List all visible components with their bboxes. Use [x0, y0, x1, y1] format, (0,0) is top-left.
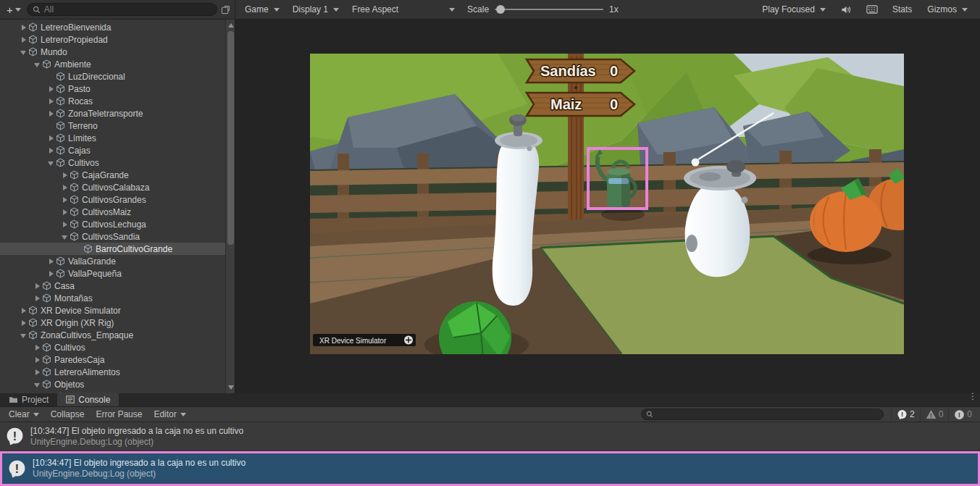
foldout-arrow-icon[interactable]: [33, 380, 42, 389]
hierarchy-item-terreno[interactable]: Terreno: [0, 120, 225, 132]
foldout-arrow-icon[interactable]: [33, 60, 42, 69]
foldout-arrow-icon[interactable]: [61, 220, 70, 229]
hierarchy-item-luzdireccional[interactable]: LuzDireccional: [0, 70, 225, 83]
foldout-arrow-icon[interactable]: [61, 171, 70, 180]
hierarchy-item-cajagrande[interactable]: CajaGrande: [0, 169, 225, 181]
console-message-row[interactable]: ! [10:34:47] El objeto ingresado a la ca…: [0, 422, 980, 451]
panel-menu-kebab-icon[interactable]: ⋮: [968, 395, 976, 398]
foldout-arrow-icon[interactable]: [61, 196, 70, 204]
foldout-arrow-icon[interactable]: [47, 257, 56, 266]
view-type-dropdown[interactable]: Game: [238, 0, 286, 19]
hierarchy-item-paredescaja[interactable]: ParedesCaja: [0, 353, 225, 366]
chevron-down-icon: [820, 8, 826, 12]
foldout-arrow-icon[interactable]: [61, 232, 70, 241]
hierarchy-item-zonateletransporte[interactable]: ZonaTeletransporte: [0, 107, 225, 120]
collapse-button[interactable]: Collapse: [45, 407, 91, 422]
hierarchy-item-cultivosmaiz[interactable]: CultivosMaiz: [0, 206, 225, 218]
foldout-arrow-icon[interactable]: [20, 331, 28, 340]
hierarchy-item-l-mites[interactable]: Límites: [0, 132, 225, 144]
display-dropdown[interactable]: Display 1: [286, 0, 345, 19]
hierarchy-item-mundo[interactable]: Mundo: [0, 46, 225, 58]
hierarchy-scrollbar[interactable]: [225, 20, 235, 393]
console-search-box[interactable]: [641, 409, 884, 420]
hierarchy-item-letreropropiedad[interactable]: LetreroPropiedad: [0, 33, 225, 46]
foldout-arrow-icon[interactable]: [33, 356, 42, 364]
hierarchy-item-cultivosgrandes[interactable]: CultivosGrandes: [0, 193, 225, 206]
hierarchy-item-letreroalimentos[interactable]: LetreroAlimentos: [0, 366, 225, 378]
foldout-arrow-icon[interactable]: [47, 159, 56, 167]
game-viewport[interactable]: Sandías 0 Maiz 0: [310, 54, 904, 354]
clear-button[interactable]: Clear: [3, 407, 45, 422]
hierarchy-item-cultivossandia[interactable]: CultivosSandia: [0, 230, 225, 243]
warning-count-badge[interactable]: ! 0: [920, 407, 949, 422]
hierarchy-item-cultivoscalabaza[interactable]: CultivosCalabaza: [0, 181, 225, 193]
editor-dropdown[interactable]: Editor: [148, 407, 191, 422]
foldout-arrow-icon[interactable]: [33, 294, 42, 303]
foldout-arrow-icon[interactable]: [33, 368, 42, 377]
gameobject-cube-icon: [70, 219, 80, 229]
hierarchy-search-box[interactable]: [27, 3, 217, 16]
foldout-arrow-icon[interactable]: [61, 208, 70, 217]
error-count-badge[interactable]: ! 0: [948, 407, 977, 422]
error-pause-button[interactable]: Error Pause: [90, 407, 148, 422]
scroll-down-arrow-icon[interactable]: [228, 385, 234, 390]
scrollbar-thumb[interactable]: [227, 31, 234, 245]
hierarchy-item-xr-device-simulator[interactable]: XR Device Simulator: [0, 304, 225, 317]
hierarchy-item-cultivos[interactable]: Cultivos: [0, 156, 225, 169]
foldout-arrow-icon[interactable]: [47, 109, 56, 118]
console-search-input[interactable]: [657, 410, 879, 419]
hierarchy-item-vallapeque-a[interactable]: VallaPequeña: [0, 267, 225, 280]
hierarchy-item-objetos[interactable]: Objetos: [0, 378, 225, 390]
foldout-arrow-icon[interactable]: [47, 146, 56, 155]
foldout-arrow-icon[interactable]: [47, 97, 56, 106]
gizmos-dropdown[interactable]: Gizmos: [921, 4, 974, 14]
stats-button[interactable]: Stats: [887, 4, 918, 14]
foldout-arrow-icon[interactable]: [61, 183, 70, 192]
gameobject-cube-icon: [28, 22, 39, 32]
hierarchy-item-letrerobienvenida[interactable]: LetreroBienvenida: [0, 21, 225, 33]
foldout-arrow-icon[interactable]: [47, 85, 56, 93]
tab-project[interactable]: Project: [0, 393, 57, 406]
console-toolbar: Clear Collapse Error Pause Editor: [0, 407, 980, 422]
scale-slider[interactable]: [495, 9, 603, 10]
log-count-badge[interactable]: ! 2: [891, 407, 920, 422]
foldout-arrow-icon[interactable]: [20, 35, 28, 44]
hierarchy-item-rocas[interactable]: Rocas: [0, 95, 225, 107]
hierarchy-search-input[interactable]: [44, 4, 212, 14]
foldout-arrow-icon[interactable]: [47, 269, 56, 278]
gameobject-cube-icon: [56, 269, 67, 278]
hierarchy-item-barrocultivogrande[interactable]: BarroCultivoGrande: [0, 243, 225, 255]
play-focused-dropdown[interactable]: Play Focused: [755, 4, 832, 14]
scroll-up-arrow-icon[interactable]: [228, 23, 234, 28]
metrics-button[interactable]: [860, 5, 884, 14]
hierarchy-item-cultivoslechuga[interactable]: CultivosLechuga: [0, 218, 225, 230]
foldout-arrow-icon[interactable]: [20, 48, 28, 56]
hierarchy-item-ambiente[interactable]: Ambiente: [0, 58, 225, 70]
foldout-arrow-icon[interactable]: [20, 23, 28, 32]
hierarchy-item-monta-as[interactable]: Montañas: [0, 292, 225, 304]
foldout-arrow-icon[interactable]: [47, 134, 56, 143]
aspect-dropdown[interactable]: Free Aspect: [345, 0, 461, 19]
scale-slider-knob[interactable]: [496, 5, 505, 14]
hierarchy-item-pasto[interactable]: Pasto: [0, 83, 225, 95]
hierarchy-item-cultivos[interactable]: Cultivos: [0, 341, 225, 353]
hierarchy-item-cajas[interactable]: Cajas: [0, 144, 225, 156]
hierarchy-item-vallagrande[interactable]: VallaGrande: [0, 255, 225, 267]
foldout-arrow-icon[interactable]: [20, 319, 28, 327]
hierarchy-item-casa[interactable]: Casa: [0, 280, 225, 292]
foldout-arrow-icon[interactable]: [20, 306, 28, 315]
indent: [0, 64, 33, 64]
console-list-icon: [66, 395, 75, 403]
indent: [0, 27, 20, 28]
mute-audio-button[interactable]: [835, 5, 858, 14]
open-window-icon[interactable]: [221, 5, 230, 14]
tab-console[interactable]: Console: [57, 393, 119, 406]
hierarchy-item-zonacultivos-empaque[interactable]: ZonaCultivos_Empaque: [0, 329, 225, 341]
console-message-row-selected[interactable]: ! [10:34:47] El objeto ingresado a la ca…: [0, 451, 980, 486]
hierarchy-item-xr-origin-xr-rig-[interactable]: XR Origin (XR Rig): [0, 317, 225, 329]
create-object-button[interactable]: +: [4, 4, 23, 16]
gameobject-cube-icon: [56, 72, 67, 81]
foldout-arrow-icon[interactable]: [33, 343, 42, 352]
foldout-arrow-icon[interactable]: [33, 282, 42, 290]
xr-simulator-overlay[interactable]: XR Device Simulator: [313, 334, 416, 346]
